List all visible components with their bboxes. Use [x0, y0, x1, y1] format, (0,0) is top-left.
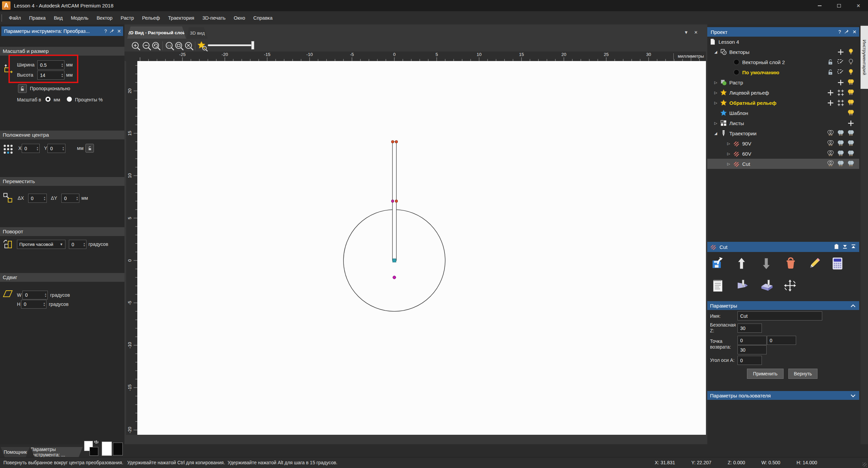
pin-icon[interactable] [844, 29, 849, 35]
bulbs-on-icon[interactable] [846, 109, 856, 117]
tree-item-шаблон[interactable]: Шаблон [707, 108, 859, 118]
height-spinner[interactable]: ▲▼ [61, 71, 63, 79]
zoom-slider-handle[interactable] [251, 41, 254, 50]
color-swatch-black[interactable] [113, 443, 123, 455]
expander-closed-icon[interactable]: ▷ [712, 121, 719, 125]
menu-item-2-вид[interactable]: Вид [50, 11, 67, 24]
bulbs-on-icon[interactable] [846, 98, 856, 107]
plus-icon[interactable] [835, 78, 846, 87]
close-icon[interactable]: ✕ [852, 29, 856, 35]
minimize-button[interactable] [810, 0, 829, 11]
tree-item-векторный-слой-2[interactable]: Векторный слой 2 [707, 57, 859, 67]
y-spinner[interactable]: ▲▼ [62, 144, 64, 152]
zoom-to-selection-icon[interactable] [174, 41, 185, 52]
secondary-color-swatch[interactable] [90, 447, 98, 456]
move-down-icon[interactable] [759, 256, 774, 271]
expander-open-icon[interactable]: ◢ [712, 131, 719, 136]
zoom-slider-track[interactable] [208, 44, 254, 46]
menu-item-8-3d-печать[interactable]: 3D-печать [198, 11, 230, 24]
bulbs-off-icon[interactable] [825, 149, 835, 158]
view-collapse-icon[interactable]: ▼ [684, 29, 688, 36]
revert-button[interactable]: Вернуть [788, 369, 817, 379]
bulbs-gray-icon[interactable] [846, 149, 856, 158]
plus-icon[interactable] [825, 98, 835, 107]
bulbs-gray-icon[interactable] [835, 129, 846, 138]
expander-closed-icon[interactable]: ▷ [712, 91, 719, 95]
handle-mid-left[interactable] [391, 200, 394, 202]
expander-open-icon[interactable]: ◢ [712, 50, 719, 54]
tab-2d-view[interactable]: 2D Вид - Растровый слой [127, 26, 186, 39]
angle-spinner[interactable]: ▲▼ [83, 240, 85, 248]
help-icon[interactable]: ? [104, 28, 107, 34]
favorites-zoom-icon[interactable] [197, 41, 208, 52]
dy-spinner[interactable]: ▲▼ [76, 194, 78, 202]
zoom-to-fit-icon[interactable] [184, 41, 195, 52]
plus4-icon[interactable] [835, 88, 846, 97]
bulbs-on-icon[interactable] [846, 88, 856, 97]
handle-top-right[interactable] [395, 140, 398, 143]
transform-toolpath-icon[interactable] [783, 278, 797, 293]
drawing-canvas[interactable] [137, 61, 706, 435]
simulate-toolpath-icon[interactable] [735, 278, 750, 293]
tree-item-траектории[interactable]: ◢Траектории [707, 128, 859, 138]
menu-item-1-правка[interactable]: Правка [25, 11, 50, 24]
maximize-button[interactable] [829, 0, 849, 11]
apply-button[interactable]: Применить [747, 369, 784, 379]
toolpath-notes-icon[interactable] [710, 278, 725, 293]
view-close-icon[interactable]: ✕ [694, 29, 698, 36]
handle-bottom-center[interactable] [393, 259, 396, 262]
expander-closed-icon[interactable]: ▷ [725, 162, 732, 166]
safe-z-input[interactable] [738, 324, 762, 332]
zoom-previous-icon[interactable] [151, 41, 162, 52]
shear-w-input[interactable] [23, 291, 47, 299]
tool-settings-tab[interactable]: Параметры инструмента: ... [31, 447, 83, 457]
bulbs-gray-icon[interactable] [846, 159, 856, 168]
dx-spinner[interactable]: ▲▼ [43, 194, 46, 202]
plus4-icon[interactable] [835, 98, 846, 107]
proportional-lock-button[interactable] [18, 84, 27, 93]
bulbs-off-icon[interactable] [825, 159, 835, 168]
move-to-bottom-icon[interactable] [842, 243, 848, 251]
toolbox-tab[interactable]: Инструментарий [861, 26, 868, 89]
expander-closed-icon[interactable]: ▷ [712, 101, 719, 105]
handle-mid-right[interactable] [395, 200, 398, 202]
bulbs-on-icon[interactable] [846, 78, 856, 87]
swap-colors-icon[interactable] [94, 440, 99, 446]
tab-3d-view[interactable]: 3D вид [187, 27, 208, 39]
close-icon[interactable]: ✕ [117, 28, 121, 34]
expander-closed-icon[interactable]: ▷ [725, 152, 732, 156]
tree-item-60v[interactable]: ▷60V [707, 149, 859, 159]
delete-toolpath-icon[interactable] [783, 256, 798, 271]
shear-h-spinner[interactable]: ▲▼ [43, 300, 45, 308]
x-spinner[interactable]: ▲▼ [36, 144, 39, 152]
bulbs-gray-icon[interactable] [835, 159, 846, 168]
tree-item-обратный-рельеф[interactable]: ▷Обратный рельеф [707, 98, 859, 108]
rotate-direction-select[interactable]: Против часовой ▼ [17, 240, 65, 249]
tree-item-90v[interactable]: ▷90V [707, 138, 859, 149]
bulb-off-icon[interactable] [846, 58, 856, 66]
tree-item-cut[interactable]: ▷Cut [707, 159, 859, 169]
tree-item-векторы[interactable]: ◢Векторы [707, 47, 859, 57]
width-input[interactable] [38, 61, 64, 69]
a-axis-input[interactable] [738, 356, 762, 365]
menu-item-5-растр[interactable]: Растр [117, 11, 138, 24]
color-swatch-white[interactable] [102, 442, 112, 456]
bulbs-off-icon[interactable] [825, 129, 835, 138]
move-up-icon[interactable] [734, 256, 749, 271]
tree-item-лицевой-рельеф[interactable]: ▷Лицевой рельеф [707, 87, 859, 98]
home-y-input[interactable] [767, 336, 796, 345]
tree-item-листы[interactable]: ▷Листы [707, 118, 859, 128]
bulb-on-icon[interactable] [846, 68, 856, 77]
save-toolpath-icon[interactable] [710, 256, 725, 271]
radio-percent[interactable] [66, 96, 72, 102]
home-z-input[interactable] [738, 346, 766, 354]
lock-icon[interactable] [825, 58, 835, 66]
expander-closed-icon[interactable]: ▷ [725, 141, 732, 146]
bulbs-gray-icon[interactable] [846, 139, 856, 148]
anchor-grid-icon[interactable] [3, 144, 14, 156]
transform-center-point[interactable] [393, 276, 396, 279]
handle-top-left[interactable] [391, 140, 394, 143]
height-input[interactable] [38, 71, 64, 79]
shear-w-spinner[interactable]: ▲▼ [44, 291, 47, 299]
tree-item-lesson-4[interactable]: Lesson 4 [707, 37, 859, 47]
